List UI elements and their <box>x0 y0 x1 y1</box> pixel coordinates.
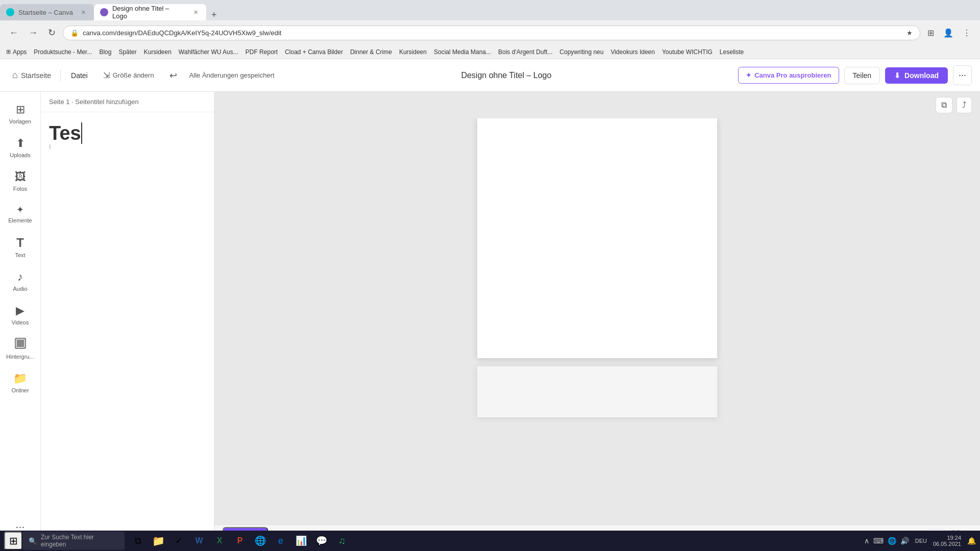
taskbar-app-powerpoint[interactable]: P <box>231 532 249 550</box>
sidebar-item-hintergrund[interactable]: Hintergru... <box>2 333 39 365</box>
canvas-page-1[interactable] <box>477 118 717 358</box>
file-label: Datei <box>71 71 88 80</box>
network-icon[interactable]: 🌐 <box>888 537 896 545</box>
tray-up-arrow[interactable]: ∧ <box>864 537 869 545</box>
keyboard-icon[interactable]: ⌨ <box>873 537 884 545</box>
canvas-page-2[interactable] <box>477 366 717 417</box>
volume-icon[interactable]: 🔊 <box>900 537 909 545</box>
tab-close-design[interactable]: ✕ <box>191 8 200 17</box>
sidebar-item-videos[interactable]: ▶ Videos <box>2 299 39 331</box>
bookmark-kursideen1-label: Kursideen <box>144 48 172 56</box>
home-button[interactable]: ⌂ Startseite <box>8 67 55 84</box>
bookmark-dinner[interactable]: Dinner & Crime <box>350 48 392 56</box>
taskbar-app-browser1[interactable]: 🌐 <box>251 532 270 550</box>
bookmark-blog[interactable]: Blog <box>99 48 111 56</box>
download-button[interactable]: ⬇ Download <box>885 67 948 84</box>
file-menu-button[interactable]: Datei <box>66 68 93 83</box>
bookmark-bois[interactable]: Bois d'Argent Duft... <box>498 48 552 56</box>
sidebar-item-ordner[interactable]: 📁 Ordner <box>2 367 39 398</box>
page-title-text: Seite 1 · Seitentitel hinzufügen <box>49 98 139 106</box>
bookmark-kursideen2[interactable]: Kursideen <box>399 48 427 56</box>
taskbar-app-explorer[interactable]: 📁 <box>149 532 167 550</box>
taskbar-app-excel[interactable]: X <box>210 532 229 550</box>
canvas-text-display: Tes <box>49 122 82 144</box>
browser-menu-button[interactable]: ⋮ <box>960 26 974 40</box>
bookmark-später[interactable]: Später <box>118 48 136 56</box>
page-title[interactable]: Seite 1 · Seitentitel hinzufügen <box>41 92 214 112</box>
tab-startseite[interactable]: Startseite – Canva ✕ <box>0 4 94 20</box>
sidebar-item-elemente[interactable]: ✦ Elemente <box>2 199 39 229</box>
taskbar-app-todo[interactable]: ✓ <box>169 532 188 550</box>
sidebar-item-vorlagen[interactable]: ⊞ Vorlagen <box>2 98 39 130</box>
taskbar-app-edge[interactable]: e <box>272 532 290 550</box>
bookmark-videokurs[interactable]: Videokurs Ideen <box>610 48 655 56</box>
back-button[interactable]: ← <box>6 26 21 40</box>
bookmark-copywriting[interactable]: Copywriting neu <box>559 48 603 56</box>
bookmark-apps-label: Apps <box>13 48 27 56</box>
tab-add-button[interactable]: + <box>206 10 222 20</box>
forward-button[interactable]: → <box>26 26 41 40</box>
bookmark-copywriting-label: Copywriting neu <box>559 48 603 56</box>
text-icon: T <box>16 236 24 250</box>
taskbar-app-misc1[interactable]: 📊 <box>292 532 310 550</box>
notification-icon[interactable]: 🔔 <box>967 537 976 545</box>
bookmark-pdf[interactable]: PDF Report <box>246 48 278 56</box>
duplicate-canvas-button[interactable]: ⧉ <box>936 97 952 113</box>
share-button[interactable]: Teilen <box>844 67 880 84</box>
tab-title-design: Design ohne Titel – Logo <box>112 5 185 20</box>
tab-bar: Startseite – Canva ✕ Design ohne Titel –… <box>0 0 980 20</box>
taskbar-app-spotify[interactable]: ♫ <box>333 532 351 550</box>
vorlagen-icon: ⊞ <box>16 103 25 116</box>
duplicate-icon: ⧉ <box>941 101 947 109</box>
bookmark-leseliste-label: Leseliste <box>720 48 744 56</box>
bookmark-social[interactable]: Social Media Mana... <box>434 48 491 56</box>
tab-close-startseite[interactable]: ✕ <box>79 8 88 17</box>
reload-button[interactable]: ↻ <box>45 25 59 40</box>
windows-start-button[interactable]: ⊞ <box>4 532 22 550</box>
tab-design[interactable]: Design ohne Titel – Logo ✕ <box>94 4 206 20</box>
share-canvas-button[interactable]: ⤴ <box>957 97 972 113</box>
resize-button[interactable]: ⇲ Größe ändern <box>98 67 159 83</box>
undo-button[interactable]: ↩ <box>164 67 182 84</box>
bookmark-wahlfächer[interactable]: Wahlfächer WU Aus... <box>179 48 238 56</box>
panel-canvas-area[interactable]: Tes I <box>41 112 214 530</box>
topbar-center: Design ohne Titel – Logo <box>281 71 732 80</box>
bookmark-cload[interactable]: Cload + Canva Bilder <box>285 48 343 56</box>
bookmark-apps[interactable]: ⊞ Apps <box>6 48 27 56</box>
taskbar-search-icon: 🔍 <box>29 537 37 545</box>
uploads-icon: ⬆ <box>16 137 25 150</box>
misc1-icon: 📊 <box>296 535 307 546</box>
canva-pro-button[interactable]: ✦ Canva Pro ausprobieren <box>738 67 839 84</box>
sidebar-label-ordner: Ordner <box>11 387 29 393</box>
audio-icon: ♪ <box>17 270 23 284</box>
undo-icon: ↩ <box>169 70 177 81</box>
sidebar-label-uploads: Uploads <box>10 152 30 158</box>
sidebar-item-text[interactable]: T Text <box>2 231 39 263</box>
taskbar-app-misc2[interactable]: 💬 <box>312 532 331 550</box>
left-sidebar: ⊞ Vorlagen ⬆ Uploads 🖼 Fotos ✦ Elemente … <box>0 92 41 545</box>
browser1-icon: 🌐 <box>255 535 266 546</box>
bookmark-produktsuche[interactable]: Produktsuche - Mer... <box>34 48 92 56</box>
bookmark-youtube[interactable]: Youtube WICHTIG <box>662 48 713 56</box>
sidebar-label-audio: Audio <box>13 286 27 292</box>
time-display: 19:24 <box>947 535 961 541</box>
taskbar-search[interactable]: 🔍 Zur Suche Text hier eingeben <box>22 532 125 550</box>
taskbar-time[interactable]: 19:24 06.05.2021 <box>933 535 961 547</box>
sidebar-item-audio[interactable]: ♪ Audio <box>2 265 39 297</box>
bookmarks-bar: ⊞ Apps Produktsuche - Mer... Blog Später… <box>0 45 980 59</box>
home-label: Startseite <box>21 71 51 80</box>
taskbar-app-taskview[interactable]: ⧉ <box>129 532 147 550</box>
canvas-container <box>214 118 980 524</box>
extensions-button[interactable]: ⊞ <box>924 26 937 40</box>
address-bar[interactable]: 🔒 canva.com/design/DAEduQCDgkA/KeIY5q-24… <box>63 26 920 40</box>
profile-button[interactable]: 👤 <box>940 26 957 40</box>
bookmark-leseliste[interactable]: Leseliste <box>720 48 744 56</box>
more-options-button[interactable]: ··· <box>953 65 972 85</box>
browser-toolbar: ← → ↻ 🔒 canva.com/design/DAEduQCDgkA/KeI… <box>0 20 980 45</box>
sidebar-item-uploads[interactable]: ⬆ Uploads <box>2 132 39 163</box>
sidebar-item-fotos[interactable]: 🖼 Fotos <box>2 165 39 197</box>
bookmark-bois-label: Bois d'Argent Duft... <box>498 48 552 56</box>
taskbar-app-word[interactable]: W <box>190 532 208 550</box>
videos-icon: ▶ <box>16 304 24 317</box>
bookmark-kursideen1[interactable]: Kursideen <box>144 48 172 56</box>
